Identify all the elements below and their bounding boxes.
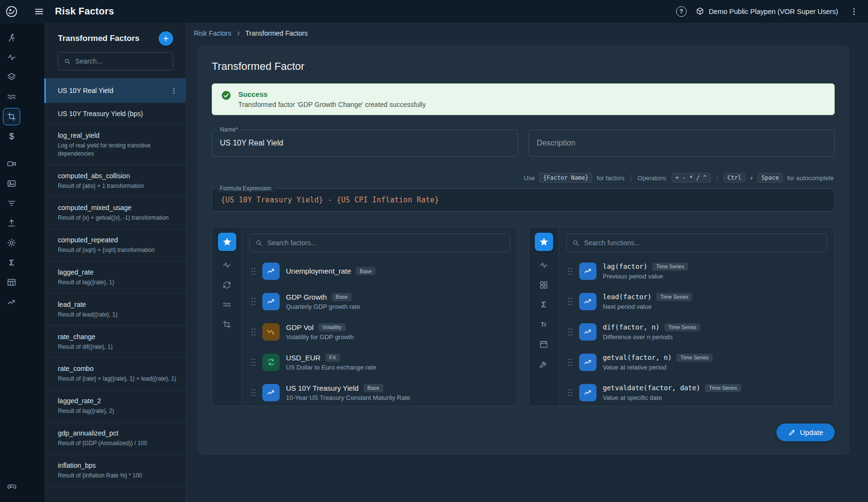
factor-list-item[interactable]: inflation_bps Result of {Inflation Rate … (44, 455, 186, 487)
formula-expression-value[interactable]: {US 10Y Treasury Yield} - {US CPI Inflat… (221, 196, 826, 204)
help-icon[interactable]: ? (676, 6, 687, 17)
factor-badge: Base (364, 384, 383, 392)
function-row[interactable]: dif(factor, n)Time Series Difference ove… (564, 317, 829, 347)
name-field[interactable]: Name* (212, 130, 518, 157)
factor-badge: Base (332, 293, 352, 301)
filter-waves-icon[interactable] (221, 299, 233, 310)
favorites-filter-button[interactable] (218, 233, 236, 251)
filter-text-transform-icon[interactable]: Tr (538, 318, 550, 330)
factor-row[interactable]: GDP GrowthBase Quarterly GDP growth rate (247, 286, 513, 317)
factor-list-item[interactable]: computed_abs_collision Result of {abs} +… (44, 165, 186, 198)
drag-handle-icon[interactable] (251, 388, 256, 396)
item-menu-icon[interactable] (168, 85, 179, 96)
rail-item-waves[interactable] (3, 88, 20, 106)
name-input[interactable] (220, 139, 510, 147)
drag-handle-icon[interactable] (251, 358, 256, 366)
rail-item-activity[interactable] (3, 49, 20, 66)
factor-row[interactable]: Unemployment_rateBase (247, 256, 513, 286)
drag-handle-icon[interactable] (568, 267, 573, 275)
filter-calendar-icon[interactable] (538, 338, 550, 350)
update-button-label: Update (800, 428, 823, 436)
menu-icon[interactable] (31, 3, 47, 20)
factor-list-item[interactable]: lagged_rate_2 Result of lag({rate}, 2) (44, 390, 186, 423)
factor-row[interactable]: US 10Y Treasury YieldBase 10-Year US Tre… (247, 377, 513, 406)
rail-item-filter[interactable] (3, 195, 20, 212)
rail-item-gamepad[interactable] (3, 477, 20, 495)
rail-item-dollar[interactable]: $ (3, 128, 20, 145)
drag-handle-icon[interactable] (568, 297, 573, 305)
factor-row-desc: Volatility for GDP growth (286, 333, 354, 341)
function-badge: Time Series (656, 293, 692, 301)
factor-name: lagged_rate_2 (58, 397, 179, 405)
formula-expression-field[interactable]: Formula Expression {US 10Y Treasury Yiel… (212, 188, 835, 211)
factor-list-item[interactable]: rate_change Result of dif({rate}, 1) (44, 326, 186, 358)
function-row[interactable]: getvaldate(factor, date)Time Series Valu… (564, 377, 829, 406)
filter-icon (7, 198, 16, 208)
drag-handle-icon[interactable] (568, 328, 573, 336)
rail-item-sigma[interactable]: Σ (3, 254, 20, 271)
factor-name: lagged_rate (58, 268, 179, 276)
rail-item-settings[interactable] (3, 234, 20, 251)
drag-handle-icon[interactable] (251, 297, 256, 305)
description-input[interactable] (537, 139, 827, 147)
breadcrumb: Risk Factors Transformed Factors (186, 23, 868, 41)
name-field-label: Name* (217, 126, 241, 133)
factor-list-item[interactable]: US 10Y Treasury Yield (bps) (44, 103, 186, 125)
drag-handle-icon[interactable] (251, 328, 256, 336)
rail-item-layers[interactable] (3, 68, 20, 86)
sidebar-search-input[interactable] (75, 57, 167, 65)
function-row[interactable]: lag(factor)Time Series Previous period v… (564, 256, 829, 286)
factor-row-desc: 10-Year US Treasury Constant Maturity Ra… (286, 394, 410, 401)
favorites-filter-button[interactable] (535, 233, 553, 251)
factors-search-input[interactable] (267, 239, 504, 247)
factor-row[interactable]: GDP VolVolatility Volatility for GDP gro… (247, 317, 513, 347)
rail-item-transformed-factors[interactable] (3, 108, 20, 125)
factor-list-item[interactable]: computed_mixed_usage Result of {x} + get… (44, 197, 186, 229)
add-factor-button[interactable] (159, 31, 173, 46)
rail-item-analytics[interactable] (3, 293, 20, 311)
filter-wrench-icon[interactable] (538, 358, 550, 370)
factor-list-item[interactable]: lagged_rate Result of lag({rate}, 1) (44, 262, 186, 294)
more-options-icon[interactable] (847, 4, 861, 19)
breadcrumb-parent-link[interactable]: Risk Factors (194, 29, 231, 37)
function-row-desc: Previous period value (603, 273, 688, 280)
factor-list-item[interactable]: gdp_annualized_pct Result of {GDP (Annua… (44, 423, 186, 455)
factor-list-item[interactable]: computed_repeated Result of {sqrt} + {sq… (44, 229, 186, 262)
factor-row[interactable]: USD_EURFX US Dollar to Euro exchange rat… (247, 347, 513, 377)
factor-desc: Result of lead({rate}, 1) (58, 311, 179, 319)
rail-item-video[interactable] (3, 155, 20, 172)
filter-grid-icon[interactable] (538, 279, 550, 291)
description-field[interactable] (529, 130, 835, 157)
rail-item-upload[interactable] (3, 214, 20, 232)
factor-list-item[interactable]: log_real_yield Log of real yield for tes… (44, 125, 186, 165)
factor-list-item[interactable]: lead_rate Result of lead({rate}, 1) (44, 294, 186, 326)
hint-operators-label: Operators: (637, 174, 667, 182)
drag-handle-icon[interactable] (251, 267, 256, 275)
rail-item-image[interactable] (3, 175, 20, 192)
functions-search-input[interactable] (584, 239, 821, 247)
filter-refresh-icon[interactable] (221, 279, 233, 291)
factor-desc: Result of lag({rate}, 2) (58, 407, 179, 415)
filter-sigma-icon[interactable]: Σ (538, 299, 550, 310)
factor-list-item[interactable]: US 10Y Real Yield (44, 79, 186, 103)
factor-badge: Volatility (318, 323, 345, 331)
function-row-name: dif(factor, n) (603, 323, 660, 331)
function-row-desc: Next period value (603, 303, 692, 310)
function-row[interactable]: getval(factor, n)Time Series Value at re… (564, 347, 829, 377)
filter-activity-icon[interactable] (221, 259, 233, 271)
factor-name: inflation_bps (58, 462, 179, 469)
rail-item-runner[interactable] (3, 29, 20, 46)
filter-crop-icon[interactable] (221, 318, 233, 330)
update-button[interactable]: Update (776, 423, 835, 441)
drag-handle-icon[interactable] (568, 388, 573, 396)
drag-handle-icon[interactable] (568, 358, 573, 366)
factor-list-item[interactable]: rate_combo Result of {rate} + lag({rate}… (44, 358, 186, 390)
card-title: Transformed Factor (212, 60, 835, 73)
org-cube-icon (695, 7, 705, 16)
filter-activity-icon[interactable] (538, 259, 550, 271)
function-row[interactable]: lead(factor)Time Series Next period valu… (564, 286, 829, 317)
org-selector[interactable]: Demo Public Playpen (VOR Super Users) (695, 7, 838, 16)
rail-item-table[interactable] (3, 274, 20, 291)
app-logo-icon (4, 4, 19, 19)
factor-desc: Result of {x} + getval({x}, -1) transfor… (58, 214, 179, 222)
